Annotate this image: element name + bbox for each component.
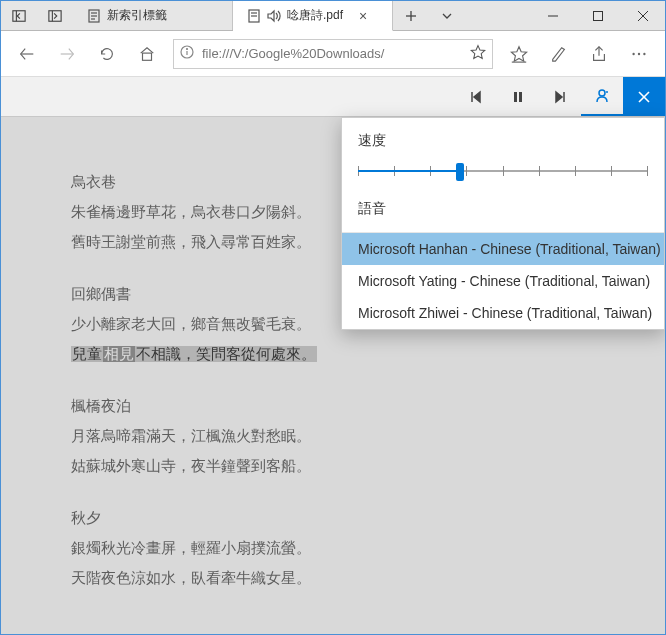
voice-label: 語音 [358,200,648,218]
svg-rect-34 [514,92,517,102]
svg-marker-11 [268,11,274,21]
svg-point-29 [632,52,634,54]
share-button[interactable] [579,31,619,77]
back-button[interactable] [7,31,47,77]
pause-button[interactable] [497,77,539,116]
svg-point-31 [643,52,645,54]
voice-option[interactable]: Microsoft Zhiwei - Chinese (Traditional,… [342,297,664,329]
forward-button [47,31,87,77]
refresh-button[interactable] [87,31,127,77]
tab-label: 唸唐詩.pdf [287,7,343,24]
tab-label: 新索引標籤 [107,7,167,24]
voice-option[interactable]: Microsoft Hanhan - Chinese (Traditional,… [342,233,664,265]
tab-overflow-button[interactable] [429,1,465,30]
minimize-button[interactable] [530,1,575,30]
set-aside-tabs-button[interactable] [1,1,37,30]
previous-button[interactable] [455,77,497,116]
reading-list-button[interactable] [499,31,539,77]
pdf-icon [247,9,261,23]
read-aloud-bar [1,77,665,117]
nav-toolbar: file:///V:/Google%20Downloads/ [1,31,665,77]
tab-new[interactable]: 新索引標籤 [73,1,233,30]
document-viewport: 烏衣巷 朱雀橋邊野草花，烏衣巷口夕陽斜。 舊時王謝堂前燕，飛入尋常百姓家。 回鄉… [1,117,665,635]
svg-rect-15 [593,11,602,20]
show-tabs-button[interactable] [37,1,73,30]
svg-rect-2 [49,10,61,21]
more-button[interactable] [619,31,659,77]
site-info-icon[interactable] [180,45,194,62]
url-text: file:///V:/Google%20Downloads/ [202,46,384,61]
window-buttons [530,1,665,30]
svg-rect-20 [143,53,152,60]
speed-label: 速度 [358,132,648,150]
svg-rect-0 [13,10,25,21]
voice-settings-panel: 速度 語音 Microsoft Hanhan - Chinese (Tradit… [341,117,665,330]
address-bar[interactable]: file:///V:/Google%20Downloads/ [173,39,493,69]
next-button[interactable] [539,77,581,116]
voice-option[interactable]: Microsoft Yating - Chinese (Traditional,… [342,265,664,297]
titlebar: 新索引標籤 唸唐詩.pdf × [1,1,665,31]
new-tab-button[interactable] [393,1,429,30]
tab-close-button[interactable]: × [359,8,367,24]
svg-marker-25 [511,46,526,60]
close-window-button[interactable] [620,1,665,30]
tab-pdf[interactable]: 唸唐詩.pdf × [233,1,393,31]
favorite-icon[interactable] [470,44,486,63]
speed-slider[interactable] [358,158,648,186]
svg-marker-33 [474,92,480,102]
voice-list: Microsoft Hanhan - Chinese (Traditional,… [342,232,664,329]
maximize-button[interactable] [575,1,620,30]
home-button[interactable] [127,31,167,77]
voice-settings-button[interactable] [581,77,623,116]
svg-point-30 [638,52,640,54]
notes-button[interactable] [539,31,579,77]
svg-point-39 [606,91,608,93]
svg-rect-35 [519,92,522,102]
speaker-icon [267,9,281,23]
svg-point-38 [599,90,605,96]
svg-marker-36 [556,92,562,102]
close-readaloud-button[interactable] [623,77,665,116]
page-icon [87,9,101,23]
svg-point-23 [187,49,188,50]
svg-marker-24 [471,46,485,59]
